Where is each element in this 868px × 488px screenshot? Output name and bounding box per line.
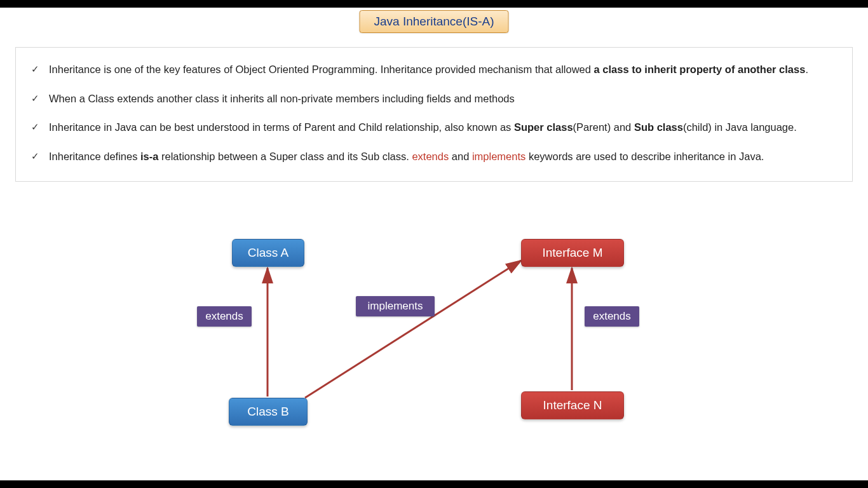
bullet-list: Inheritance is one of the key features o… (31, 55, 837, 171)
bullet-text: Inheritance defines (49, 151, 140, 162)
bullet-text: keywords are used to describe inheritanc… (526, 151, 764, 162)
node-class-a: Class A (232, 239, 304, 267)
edge-label-extends-left: extends (197, 306, 252, 327)
inheritance-diagram: Class A Class B Interface M Interface N … (0, 217, 868, 480)
bullet-text: relationship between a Super class and i… (158, 151, 412, 162)
node-interface-n: Interface N (521, 391, 624, 419)
bullet-item: Inheritance defines is-a relationship be… (31, 142, 837, 172)
bullet-item: When a Class extends another class it in… (31, 85, 837, 114)
arrow-classB-interfaceM (305, 261, 521, 398)
bullet-text: and (449, 151, 472, 162)
bullet-text: When a Class extends another class it in… (49, 93, 515, 104)
bold-text: Super class (514, 121, 573, 133)
keyword-text: implements (472, 151, 526, 162)
bullet-text: Inheritance is one of the key features o… (49, 64, 594, 75)
diagram-arrows (0, 217, 868, 480)
bullet-item: Inheritance is one of the key features o… (31, 55, 837, 85)
bold-text: a class to inherit property of another c… (594, 64, 806, 75)
bullet-panel: Inheritance is one of the key features o… (15, 47, 853, 182)
bullet-text: Inheritance in Java can be best understo… (49, 121, 514, 133)
node-interface-m: Interface M (521, 239, 624, 267)
edge-label-implements: implements (356, 296, 435, 316)
bullet-text: . (805, 64, 808, 75)
bold-text: is-a (140, 151, 158, 162)
bullet-text: (Parent) and (573, 121, 634, 133)
keyword-text: extends (412, 151, 449, 162)
bold-text: Sub class (634, 121, 683, 133)
edge-label-extends-right: extends (585, 306, 639, 327)
node-class-b: Class B (229, 398, 308, 426)
page-title: Java Inheritance(IS-A) (359, 10, 508, 33)
bullet-text: (child) in Java language. (683, 121, 797, 133)
bullet-item: Inheritance in Java can be best understo… (31, 113, 837, 142)
